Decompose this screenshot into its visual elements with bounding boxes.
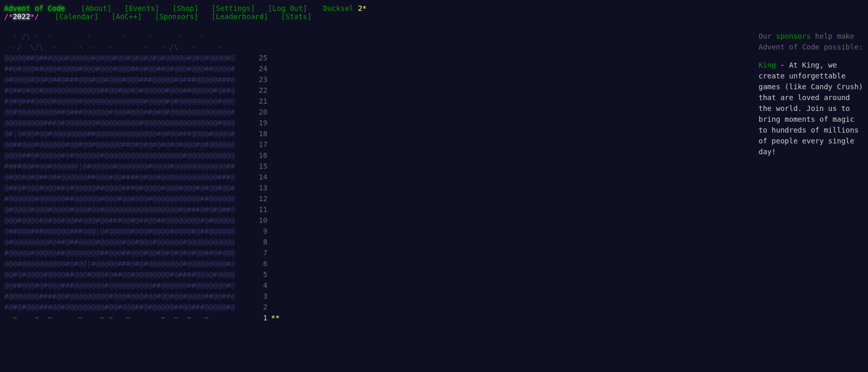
calendar: - /\ - - - - - - - - / \/\ - - - - - - /… [4,31,280,324]
calendar-day-number: 20 [259,107,267,118]
calendar-decoration: - /\ - - - - - - - [4,31,280,42]
nav-stats[interactable]: [Stats] [281,12,311,21]
calendar-day-11[interactable]: @#@@@@#@@@#@@@@#@@@#@@#@@@@@@@@@@@@@@@@@… [4,204,280,215]
nav-global: [About] [Events] [Shop] [Settings] [Log … [76,4,311,12]
calendar-art: @@@#@@@@#@#@@#@@##@@@#@@###@@#@##@@##@@@… [4,216,248,224]
calendar-day-3[interactable]: #@@@@@@@####@@#@@@@@@@@@#@@@#@@@#@@#@@#@… [4,291,280,302]
calendar-day-number: 2 [259,302,267,313]
calendar-day-7[interactable]: #@@@@@#@@@@@##@@@@@@@@##@@@##@@@#@@#@#@#… [4,248,280,258]
calendar-art: #@@@@@@@####@@#@@@@@@@@@#@@@#@@@#@@#@@#@… [4,292,248,300]
calendar-day-number: 22 [259,85,267,96]
calendar-day-18[interactable]: @#|@#@@#@@#@@@@@@@@##@@@@@@@@@@@@@@#@#@@… [4,128,280,139]
calendar-day-22[interactable]: #@##@#@@#@@@@@@@@@@@@@##@@#@@#@#@@@@@#@@… [4,85,280,96]
calendar-day-number: 4 [259,280,267,291]
calendar-day-number: 25 [259,53,267,63]
calendar-day-number: 6 [259,258,267,269]
calendar-day-number: 18 [259,128,267,139]
calendar-art: @##@@@###@@@@@@###@@@|@#@@@@@#@@@#@@@@#@… [4,227,248,235]
calendar-day-stars: ** [271,314,280,322]
calendar-day-8[interactable]: @#@@@@@@@@#@##@##@@@@#@@@@@#@@#@@@#@@@@@… [4,237,280,248]
user-name: Ducksel [323,4,354,12]
calendar-decoration: - / \/\ - - - - - - /\ - - [4,42,280,53]
calendar-day-4[interactable]: @@##@@@#@#@@@###@@@@@@@#@@@@@@@@@@##@@@@… [4,280,280,291]
sponsors-link[interactable]: sponsors [776,32,811,40]
calendar-day-number: 3 [259,291,267,302]
calendar-art: - /\ - - - - - - - [4,32,248,40]
site-title: Advent of Code [4,4,72,12]
home-link[interactable]: Advent of Code [4,4,65,12]
calendar-day-21[interactable]: #@#@###@@@@#@@@@@#@@@@@@@@@@@@@@#@@@@#@#… [4,96,280,107]
calendar-day-23[interactable]: @#@@@@#@@#@##@###@@@#@@#@@@#@@@###@@@@@#… [4,74,280,85]
calendar-day-25[interactable]: @@@@@##@###@@@#@@@@@#@#@@#@@#@#@#@#@#@@@… [4,53,280,63]
user-info: Ducksel 2* [316,4,367,12]
calendar-art: #@#@###@@@@#@@@@@#@@@@@@@@@@@@@@#@@@@#@#… [4,97,248,105]
calendar-art: #@@@@@#@@@@@##@@@@@@@@##@@@##@@@#@@#@#@#… [4,249,248,257]
calendar-day-9[interactable]: @##@@@###@@@@@@###@@@|@#@@@@@#@@@#@@@@#@… [4,226,280,237]
calendar-art: @##@#@@@#@@@##@#@@@@@##@@@@###@#@@@@#@@@… [4,184,248,192]
calendar-day-number: 19 [259,118,267,128]
calendar-day-24[interactable]: ##@#@@@##@@@#@@@@#@@@#@@@#@@@##@#@@##@#@… [4,63,280,74]
site-header: Advent of Code [About] [Events] [Shop] [… [4,4,868,21]
calendar-art: @@##@@@#@@@@@@#@@#@@#@@@@@@##@#@#@#@#@#@… [4,140,248,149]
calendar-art: #@##@#@@#@@@@@@@@@@@@@##@@#@@#@#@@@@@#@@… [4,86,248,94]
sponsor-description: - At King, we create unforgettable games… [759,61,863,156]
calendar-day-number: 11 [259,204,267,215]
calendar-art: ####@@##@@#@@@@@@|@#@@@@@#@@@@@@@#@@@@#@… [4,162,248,170]
calendar-day-13[interactable]: @##@#@@@#@@@##@#@@@@@##@@@@###@#@@@@#@@@… [4,183,280,193]
nav-calendar[interactable]: [Calendar] [55,12,98,21]
calendar-day-number: 12 [259,193,267,204]
nav-sponsors[interactable]: [Sponsors] [155,12,198,21]
calendar-art: @@@@@##@###@@@#@@@@@#@#@@#@@#@#@#@#@#@@@… [4,54,248,62]
calendar-day-17[interactable]: @@##@@@#@@@@@@#@@#@@#@@@@@@##@#@#@#@#@#@… [4,139,280,150]
calendar-art: @@@@##@#@@@@@#@#@@@@@@#@@@@@@@@@@@@@@@@@… [4,151,248,159]
calendar-day-number: 16 [259,150,267,161]
calendar-art: #@#@#@@@###@@#@@@@@@@@@#@@#@@@##@#@@@@@#… [4,303,248,311]
calendar-day-number: 13 [259,183,267,193]
nav-aocpp[interactable]: [AoC++] [112,12,142,21]
calendar-day-5[interactable]: @@#@#@@@@#@@@@##@@@#@@@#@##@@#@@@@@@@@#@… [4,269,280,280]
nav-shop[interactable]: [Shop] [172,4,199,12]
calendar-day-number: 23 [259,74,267,85]
calendar-art: ~ ~ ~ ~ ~ ~ ~ ~ ~ ~ ~ [4,314,248,322]
title-decoration-right: */ [30,12,39,21]
calendar-day-14[interactable]: @#@@#@#@##@##@@@@@@##@@@#@@####@#@@#@@@@… [4,172,280,183]
calendar-day-number: 17 [259,139,267,150]
calendar-day-19[interactable]: @@@@@@@@@###@#@@@@@@@#@@@@@@@@@#@@@@@@@@… [4,118,280,128]
calendar-day-16[interactable]: @@@@##@#@@@@@#@#@@@@@@#@@@@@@@@@@@@@@@@@… [4,150,280,161]
sponsor-intro-pre: Our [759,32,776,40]
calendar-art: #@@@@@@#@@@@@@##@@@@@@#@@@#@@#@@@#@@@@@@… [4,195,248,203]
nav-events[interactable]: [Events] [124,4,159,12]
calendar-art: ##@#@@@##@@@#@@@@#@@@#@@@#@@@##@#@@##@#@… [4,64,248,73]
event-title: /*2022*/ [4,12,46,21]
calendar-art: @@@@@@@@@###@#@@@@@@@#@@@@@@@@@#@@@@@@@@… [4,119,248,127]
calendar-art: @#@@@@#@@#@##@###@@@#@@#@@@#@@@###@@@@@#… [4,75,248,84]
calendar-day-12[interactable]: #@@@@@@#@@@@@@##@@@@@@#@@@#@@#@@@#@@@@@@… [4,193,280,204]
calendar-day-number: 21 [259,96,267,107]
event-year-link[interactable]: 2022 [13,12,30,21]
calendar-art: @@#@#@@@@#@@@@##@@@#@@@#@##@@#@@@@@@@@#@… [4,270,248,279]
nav-leaderboard[interactable]: [Leaderboard] [212,12,269,21]
calendar-day-10[interactable]: @@@#@@@@#@#@@#@@##@@@#@@###@@#@##@@##@@@… [4,215,280,226]
sponsor-entry: King - At King, we create unforgettable … [759,60,867,157]
calendar-day-2[interactable]: #@#@#@@@###@@#@@@@@@@@@#@@#@@@##@#@@@@@#… [4,302,280,313]
calendar-day-number: 24 [259,63,267,74]
calendar-day-number: 1 [259,313,267,324]
calendar-art: @@@#@@@@@@@@@@#@#@@|#@@@@@###@#@#@@@@@@@… [4,260,248,268]
calendar-art: @@##@@@#@#@@@###@@@@@@@#@@@@@@@@@@##@@@@… [4,281,248,289]
calendar-art: - / \/\ - - - - - - /\ - - [4,43,248,51]
calendar-day-number: 5 [259,269,267,280]
calendar-day-6[interactable]: @@@#@@@@@@@@@@#@#@@|#@@@@@###@#@#@@@@@@@… [4,258,280,269]
calendar-day-15[interactable]: ####@@##@@#@@@@@@|@#@@@@@#@@@@@@@#@@@@#@… [4,161,280,172]
nav-about[interactable]: [About] [81,4,112,12]
calendar-day-number: 15 [259,161,267,172]
calendar-art: @#|@#@@#@@#@@@@@@@@##@@@@@@@@@@@@@@#@#@@… [4,130,248,138]
calendar-day-20[interactable]: @@#@@@@@@@@@##@###@@@@@@#@@@#@@@##@#@#@@… [4,107,280,118]
calendar-art: @#@@@@@@@@#@##@##@@@@#@@@@@#@@#@@@#@@@@@… [4,238,248,246]
sidebar: Our sponsors help make Advent of Code po… [759,31,868,165]
main-content: - /\ - - - - - - - - / \/\ - - - - - - /… [4,31,868,324]
title-decoration-left: /* [4,12,13,21]
sponsor-link[interactable]: King [759,61,776,69]
nav-settings[interactable]: [Settings] [212,4,255,12]
nav-logout[interactable]: [Log Out] [268,4,307,12]
calendar-day-1[interactable]: ~ ~ ~ ~ ~ ~ ~ ~ ~ ~ ~ 1** [4,313,280,324]
